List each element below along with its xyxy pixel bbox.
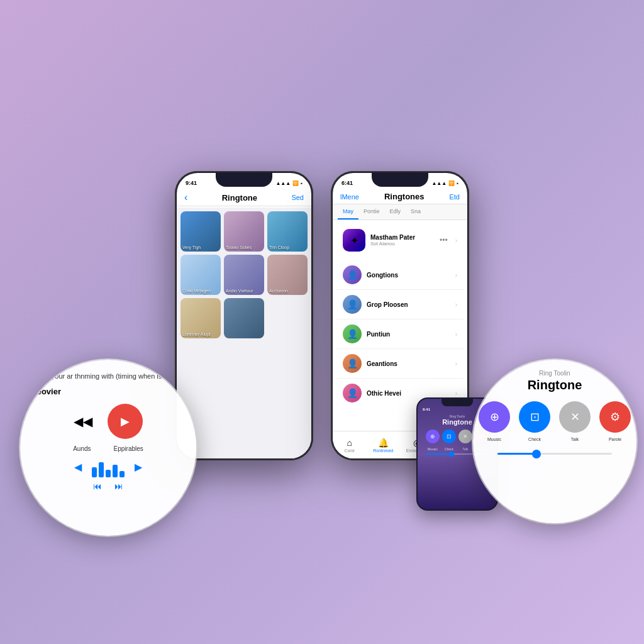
nav-prev-icon[interactable]: ◀: [74, 461, 82, 473]
check-icon: ⊡: [530, 410, 540, 424]
mini-btn-check[interactable]: ⊡: [442, 430, 456, 443]
tab-may[interactable]: May: [338, 204, 358, 219]
grid-item-label-3: Trin Cloop: [269, 245, 306, 250]
mini-notch: [441, 399, 473, 406]
zoom-slider-row: [497, 453, 612, 455]
list-title-2: Grop Ploosen: [367, 301, 450, 308]
featured-avatar: ✦: [343, 229, 365, 252]
grid-item-5[interactable]: Andio Vwhour: [224, 255, 264, 295]
mini-time: 9:41: [423, 408, 430, 412]
zoom-left-inner: When your ar thnming with (timing when i…: [20, 360, 196, 536]
grid-item-label-2: Toowo Solies: [226, 245, 262, 250]
left-time: 9:41: [186, 180, 197, 186]
right-time: 6:41: [341, 180, 353, 186]
right-zoom-circle: Ring Toolin Ringtone ⊕ Muusic ⊡ Check: [473, 360, 636, 523]
play-button[interactable]: ▶: [108, 404, 143, 439]
zoom-text-block: When your ar thnming with (timing when i…: [31, 371, 185, 382]
list-item-1[interactable]: 👤 Gongtions ›: [336, 260, 464, 290]
chevron-icon-3: ›: [455, 331, 457, 338]
zoom-btn-check[interactable]: ⊡ Check: [519, 401, 550, 441]
list-title-1: Gongtions: [367, 272, 450, 279]
grid-item-2[interactable]: Toowo Solies: [224, 211, 264, 252]
rewind-icon[interactable]: ◀◀: [74, 414, 92, 429]
eq-bar-5: [119, 471, 125, 477]
zoom-ring-label: Ring Toolin: [539, 370, 570, 377]
tab-conir[interactable]: ⌂ Conir: [333, 438, 367, 453]
grid-item-7[interactable]: Loninner Alupt: [180, 298, 221, 338]
tab-rontnined-label: Rontnined: [373, 448, 393, 453]
nav-next-icon[interactable]: ▶: [135, 461, 142, 473]
list-text-3: Puntiun: [367, 331, 450, 338]
grid-item-label-6: Acclusion: [269, 289, 306, 294]
zoom-parole-circle: ⚙: [599, 401, 631, 433]
right-nav-bar: lMene Ringtones Etd: [333, 189, 467, 204]
featured-item[interactable]: ✦ Mastham Pater Sot Alanou ••• ›: [336, 224, 464, 257]
zoom-music-label: Muusic: [487, 437, 501, 441]
segment-tabs: May Pontie Edly Sna: [333, 204, 467, 220]
left-nav-action[interactable]: Sed: [291, 194, 304, 201]
tab-edly[interactable]: Edly: [385, 204, 406, 219]
grid-item-3[interactable]: Trin Cloop: [267, 211, 308, 252]
featured-dots-icon[interactable]: •••: [440, 236, 448, 245]
grid-item-1[interactable]: Very Tigh: [180, 211, 221, 252]
tab-pontie[interactable]: Pontie: [358, 204, 385, 219]
mini-label-talk: Talk: [458, 447, 472, 451]
wifi-icon: 🛜: [292, 180, 299, 186]
zoom-parole-label: Parole: [609, 437, 621, 441]
zoom-btn-music[interactable]: ⊕ Muusic: [479, 401, 510, 441]
list-text-2: Grop Ploosen: [367, 301, 450, 308]
list-title-4: Geantions: [367, 360, 450, 367]
right-wifi-icon: 🛜: [448, 180, 455, 186]
mini-slider-fill: [426, 453, 451, 455]
right-nav-title: Ringtones: [384, 192, 425, 201]
list-text-4: Geantions: [367, 360, 450, 367]
zoom-btn-parole[interactable]: ⚙ Parole: [599, 401, 631, 441]
skip-fwd-icon[interactable]: ⏭: [114, 481, 123, 491]
grid-item-8[interactable]: [224, 298, 264, 338]
chevron-icon-4: ›: [455, 360, 457, 367]
left-phone: 9:41 ▲▲▲ 🛜 ▪ ‹ Ringtone Sed Very Tigh: [175, 171, 313, 460]
grid-item-label-7: Loninner Alupt: [182, 332, 219, 337]
zoom-btn-talk[interactable]: ✕ Talk: [559, 401, 591, 441]
zoom-label-left: Aunds: [73, 445, 91, 452]
skip-back-icon[interactable]: ⏮: [93, 481, 102, 491]
zoom-talk-label: Talk: [571, 437, 579, 441]
mini-label-music: Muusic: [426, 447, 440, 451]
mini-btn-music[interactable]: ⊕: [426, 430, 440, 443]
right-nav-left[interactable]: lMene: [340, 193, 359, 201]
zoom-slider-thumb: [532, 450, 541, 458]
featured-subtitle: Sot Alanou: [370, 241, 435, 247]
tab-conir-label: Conir: [344, 448, 355, 453]
tab-rontnined-icon: 🔔: [378, 438, 389, 448]
tab-rontnined[interactable]: 🔔 Rontnined: [367, 438, 401, 453]
grid-item-label-5: Andio Vwhour: [226, 289, 262, 294]
right-nav-action[interactable]: Etd: [449, 193, 460, 201]
zoom-slider-fill: [497, 453, 538, 455]
tab-sna[interactable]: Sna: [406, 204, 426, 219]
zoom-controls: ◀◀ ▶: [31, 404, 185, 439]
zoom-subtitle: Peovier: [31, 387, 185, 396]
zoom-check-label: Check: [528, 437, 541, 441]
signal-icon: ▲▲▲: [275, 180, 291, 186]
list-item-4[interactable]: 👤 Geantions ›: [336, 349, 464, 379]
left-nav-title: Ringtone: [222, 193, 257, 203]
play-icon: ▶: [121, 414, 130, 428]
zoom-slider-track[interactable]: [497, 453, 612, 455]
list-item-2[interactable]: 👤 Grop Ploosen ›: [336, 290, 464, 319]
zoom-buttons-row: ⊕ Muusic ⊡ Check ✕ Talk: [479, 401, 631, 441]
left-notch: [216, 173, 272, 187]
mini-btn-talk[interactable]: ✕: [458, 430, 472, 443]
right-notch: [372, 173, 428, 187]
back-button[interactable]: ‹: [184, 192, 187, 203]
grid-item-label-1: Very Tigh: [182, 245, 219, 250]
left-phone-inner: 9:41 ▲▲▲ 🛜 ▪ ‹ Ringtone Sed Very Tigh: [177, 173, 311, 458]
left-phone-content: Very Tigh Toowo Solies Trin Cloop Colal …: [177, 208, 311, 458]
featured-chevron-icon[interactable]: ›: [455, 237, 457, 244]
grid-item-label-4: Colal Mirtagen: [182, 289, 219, 294]
grid-container: Very Tigh Toowo Solies Trin Cloop Colal …: [177, 208, 311, 342]
grid-item-6[interactable]: Acclusion: [267, 255, 308, 295]
grid-item-4[interactable]: Colal Mirtagen: [180, 255, 221, 295]
list-item-3[interactable]: 👤 Puntiun ›: [336, 319, 464, 349]
eq-bar-2: [99, 462, 104, 477]
avatar-5: 👤: [343, 384, 362, 402]
